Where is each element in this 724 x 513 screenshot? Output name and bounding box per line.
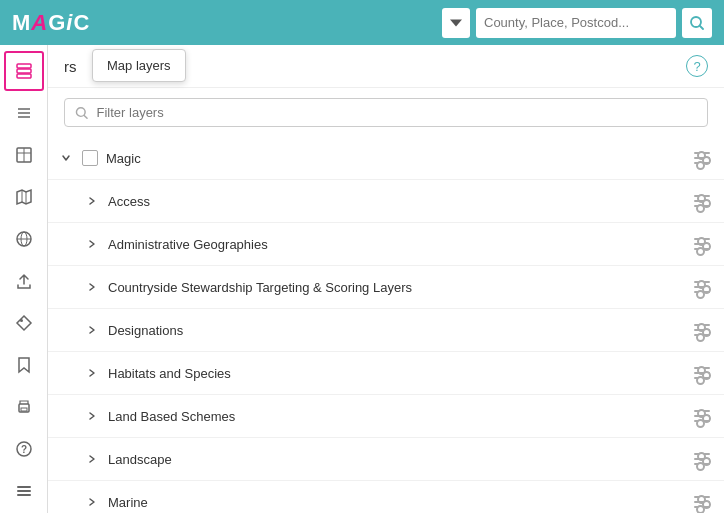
search-input-wrap (476, 8, 676, 38)
layers-icon (15, 62, 33, 80)
sidebar-item-table[interactable] (4, 135, 44, 175)
layer-group-magic: Magic (48, 137, 724, 180)
svg-rect-3 (17, 69, 31, 73)
print-icon (15, 398, 33, 416)
sidebar: ? (0, 45, 48, 513)
search-icon (690, 16, 704, 30)
upload-icon (15, 272, 33, 290)
layer-list: Magic Access (48, 137, 724, 513)
chevron-down-icon (61, 153, 71, 163)
chevron-right-icon (87, 196, 97, 206)
panel: Map layers rs ? (48, 45, 724, 513)
layer-name: Magic (106, 151, 690, 166)
search-button[interactable] (682, 8, 712, 38)
layer-row: Marine (48, 481, 724, 513)
expand-button-landscape[interactable] (84, 451, 100, 467)
layer-row: Designations (48, 309, 724, 351)
chevron-right-icon (87, 282, 97, 292)
expand-button-designations[interactable] (84, 322, 100, 338)
layer-group-landscape: Landscape (48, 438, 724, 481)
settings-icon-habitats[interactable] (690, 361, 714, 385)
chevron-right-icon (87, 454, 97, 464)
sidebar-item-layers[interactable] (4, 51, 44, 91)
help-icon: ? (15, 440, 33, 458)
globe-icon (15, 230, 33, 248)
svg-rect-4 (17, 74, 31, 78)
header: MAGiC (0, 0, 724, 45)
layer-name: Administrative Geographies (108, 237, 690, 252)
sidebar-item-map[interactable] (4, 177, 44, 217)
expand-button-admin-geo[interactable] (84, 236, 100, 252)
expand-button-access[interactable] (84, 193, 100, 209)
chevron-right-icon (87, 325, 97, 335)
sidebar-item-globe[interactable] (4, 219, 44, 259)
layer-name: Designations (108, 323, 690, 338)
filter-search-icon (75, 106, 89, 120)
layer-row: Administrative Geographies (48, 223, 724, 265)
layer-group-marine: Marine (48, 481, 724, 513)
sidebar-item-tag[interactable] (4, 303, 44, 343)
svg-marker-11 (17, 190, 31, 204)
svg-line-26 (84, 115, 87, 118)
layer-name: Marine (108, 495, 690, 510)
expand-button-countryside[interactable] (84, 279, 100, 295)
expand-button-land-based[interactable] (84, 408, 100, 424)
layer-row: Land Based Schemes (48, 395, 724, 437)
help-circle-button[interactable]: ? (686, 55, 708, 77)
layer-group-habitats: Habitats and Species (48, 352, 724, 395)
settings-icon-landscape[interactable] (690, 447, 714, 471)
sidebar-item-upload[interactable] (4, 261, 44, 301)
chevron-right-icon (87, 368, 97, 378)
main: ? Map layers rs ? (0, 45, 724, 513)
svg-rect-2 (17, 64, 31, 68)
filter-input[interactable] (97, 105, 697, 120)
settings-icon-countryside[interactable] (690, 275, 714, 299)
layer-name: Habitats and Species (108, 366, 690, 381)
settings-icon-magic[interactable] (690, 146, 714, 170)
settings-icon-designations[interactable] (690, 318, 714, 342)
list-icon (15, 104, 33, 122)
sidebar-item-help[interactable]: ? (4, 429, 44, 469)
layer-name: Landscape (108, 452, 690, 467)
search-input[interactable] (484, 15, 668, 30)
sidebar-item-info[interactable] (4, 471, 44, 511)
svg-point-17 (20, 319, 23, 322)
map-icon (15, 188, 33, 206)
layer-name: Land Based Schemes (108, 409, 690, 424)
layer-group-land-based: Land Based Schemes (48, 395, 724, 438)
svg-rect-19 (21, 408, 27, 411)
sidebar-item-bookmark[interactable] (4, 345, 44, 385)
expand-button-magic[interactable] (58, 150, 74, 166)
expand-button-marine[interactable] (84, 494, 100, 510)
layer-group-designations: Designations (48, 309, 724, 352)
svg-text:?: ? (20, 444, 26, 455)
checkbox-magic[interactable] (82, 150, 98, 166)
logo: MAGiC (12, 10, 90, 36)
panel-title: rs (64, 58, 77, 75)
layer-name: Countryside Stewardship Targeting & Scor… (108, 280, 690, 295)
settings-icon-admin-geo[interactable] (690, 232, 714, 256)
info-icon (15, 482, 33, 500)
chevron-right-icon (87, 497, 97, 507)
help-label: ? (693, 59, 700, 74)
chevron-right-icon (87, 239, 97, 249)
settings-icon-marine[interactable] (690, 490, 714, 513)
tag-icon (15, 314, 33, 332)
dropdown-chevron-icon (450, 17, 462, 29)
map-layers-tooltip: Map layers (92, 49, 186, 82)
svg-rect-23 (17, 490, 31, 492)
settings-icon-access[interactable] (690, 189, 714, 213)
layer-row: Landscape (48, 438, 724, 480)
layer-row: Access (48, 180, 724, 222)
expand-button-habitats[interactable] (84, 365, 100, 381)
search-dropdown[interactable] (442, 8, 470, 38)
svg-rect-24 (17, 494, 31, 496)
sidebar-item-list[interactable] (4, 93, 44, 133)
layer-group-admin-geo: Administrative Geographies (48, 223, 724, 266)
layer-row: Magic (48, 137, 724, 179)
layer-name: Access (108, 194, 690, 209)
sidebar-item-print[interactable] (4, 387, 44, 427)
chevron-right-icon (87, 411, 97, 421)
layer-group-countryside: Countryside Stewardship Targeting & Scor… (48, 266, 724, 309)
settings-icon-land-based[interactable] (690, 404, 714, 428)
